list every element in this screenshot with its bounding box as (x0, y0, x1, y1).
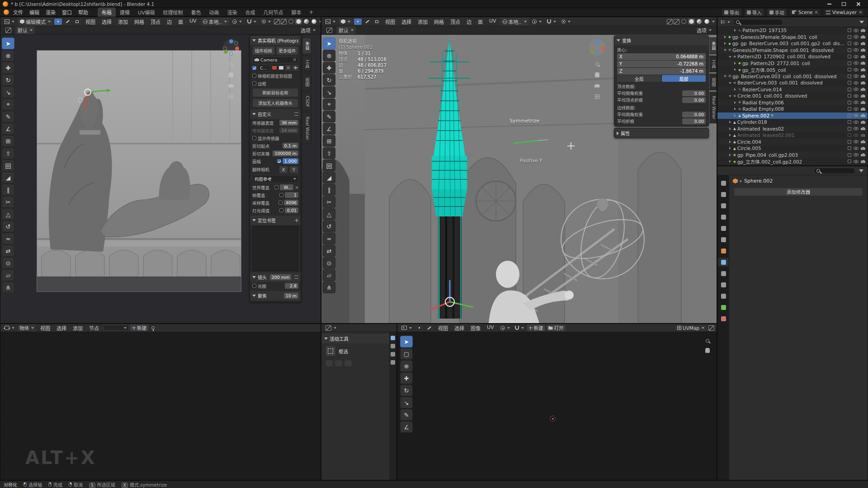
spin-tool-icon[interactable]: ↺ (323, 221, 335, 232)
physics-tab[interactable] (718, 281, 728, 289)
tool-preset-dropdown[interactable]: 默认 (336, 26, 356, 34)
select-mode-new-button[interactable] (325, 360, 333, 367)
output-tab[interactable] (391, 352, 395, 357)
hide-viewport-icon[interactable] (854, 121, 859, 124)
expand-icon[interactable] (728, 146, 732, 150)
zoom-icon[interactable] (593, 60, 601, 68)
focus-distance-field[interactable]: 10 m (284, 293, 298, 299)
editor-type-button[interactable] (324, 325, 338, 331)
expand-icon[interactable] (728, 160, 732, 164)
exclude-checkbox[interactable] (848, 48, 851, 52)
color-swatch-red[interactable] (272, 66, 277, 70)
bevel-tool-icon[interactable]: ◢ (2, 172, 14, 183)
annotate-tool-icon[interactable]: ✎ (400, 409, 413, 421)
camera-datablock-selector[interactable]: Camera (252, 56, 298, 63)
viewport-a-menu-5[interactable]: 边 (164, 18, 175, 26)
render-visibility-icon[interactable] (861, 121, 865, 124)
rotate-tool-icon[interactable]: ↻ (2, 74, 14, 86)
extrude-region-tool-icon[interactable]: ⇧ (323, 147, 335, 159)
shading-solid[interactable] (688, 19, 695, 24)
viewport-b-menu-7[interactable]: UV (486, 18, 500, 26)
outliner-item-label[interactable]: gp_立方体.005_coll (742, 66, 786, 73)
uv-editor-menu-1[interactable]: 选择 (451, 324, 467, 332)
refresh-target-button[interactable]: 刷新目标名称 (252, 88, 298, 97)
outliner-item[interactable]: ◆gp_立方体.005_coll (717, 66, 868, 73)
options-dropdown[interactable]: 选项 (694, 26, 714, 34)
tool-tab[interactable] (391, 336, 395, 340)
sensor-width-field[interactable]: 36 mm (279, 120, 298, 126)
hide-viewport-icon[interactable] (854, 29, 859, 32)
attributes-panel-header[interactable]: 属性 (614, 128, 708, 138)
topbar-menu-4[interactable]: 帮助 (75, 8, 91, 16)
expand-icon[interactable] (728, 153, 732, 157)
hide-viewport-icon[interactable] (854, 61, 859, 65)
focal-length-field[interactable]: 200 mm (270, 274, 292, 280)
viewport-a-menu-1[interactable]: 选择 (99, 18, 115, 26)
workspace-tab-2[interactable]: UV编辑 (134, 8, 159, 17)
viewport-a-menu-6[interactable]: 面 (175, 18, 186, 26)
frame-field[interactable]: 1.000 (283, 158, 298, 164)
zoom-icon[interactable] (227, 60, 235, 68)
exclude-checkbox[interactable] (848, 107, 851, 111)
pivot-selector[interactable] (530, 19, 544, 24)
expand-icon[interactable] (733, 28, 737, 33)
uv-canvas[interactable]: ➤▢⊕✚↻↘✎∠ (397, 332, 717, 480)
hide-viewport-icon[interactable] (854, 108, 859, 111)
world-override-checkbox[interactable] (274, 185, 278, 189)
rip-region-tool-icon[interactable]: ⋔ (2, 282, 14, 293)
exclude-checkbox[interactable] (848, 140, 851, 144)
light-threshold-checkbox[interactable] (279, 208, 283, 212)
viewport-a-menu-2[interactable]: 添加 (115, 18, 131, 26)
shear-tool-icon[interactable]: ▱ (2, 269, 14, 281)
render-visibility-icon[interactable] (861, 88, 865, 91)
render-tab[interactable] (391, 344, 395, 348)
topbar-menu-1[interactable]: 编辑 (26, 8, 42, 16)
clip-end-field[interactable]: 100000 m (273, 150, 298, 156)
ortho-toggle-icon[interactable] (227, 93, 235, 100)
expand-icon[interactable] (733, 107, 737, 111)
move-tool-icon[interactable]: ✚ (400, 372, 413, 384)
outliner-item[interactable]: ✛Circle.001_coll.001_dissolved (717, 93, 868, 99)
editor-type-button[interactable] (323, 19, 338, 24)
proportional-edit-toggle[interactable] (259, 19, 273, 24)
viewlayer-selector[interactable]: ViewLayer (824, 9, 864, 15)
viewlayer-tab[interactable] (718, 213, 728, 221)
transform-panel-header[interactable]: 变换 (614, 36, 708, 45)
editor-type-button[interactable] (3, 326, 16, 330)
exclude-checkbox[interactable] (848, 127, 851, 131)
workspace-tab-7[interactable]: 合成 (241, 8, 259, 17)
render-visibility-icon[interactable] (861, 114, 865, 117)
outliner-item-label[interactable]: Sphere.002 (742, 113, 769, 118)
hide-viewport-icon[interactable] (854, 101, 859, 104)
xray-toggle[interactable] (667, 19, 673, 24)
viewport-a-canvas[interactable]: ➤⊕✚↻↘⌖✎∠⊞⇧回◢∥✂△↺≈⇄⊙▱⋔ (0, 35, 321, 323)
exclude-checkbox[interactable] (848, 61, 851, 65)
axis-x-neg-icon[interactable] (589, 47, 593, 51)
extrude-region-tool-icon[interactable]: ⇧ (2, 147, 14, 159)
lens-section-header[interactable]: 镜头200 mm (250, 272, 301, 282)
edge-select-toggle[interactable] (363, 19, 371, 25)
poly-build-tool-icon[interactable]: △ (2, 208, 14, 220)
section-menu-icon[interactable] (294, 113, 298, 116)
viewport-b-canvas[interactable]: ➤⊕✚↻↘⌖✎∠⊞⇧回◢∥✂△↺≈⇄⊙▱⋔ 相机透视 (1) Sphere.00… (321, 35, 717, 323)
workspace-tab-5[interactable]: 动画 (205, 8, 223, 17)
vertex-select-toggle[interactable] (354, 19, 362, 25)
viewport-b-menu-5[interactable]: 边 (463, 18, 475, 26)
xray-toggle[interactable] (274, 19, 280, 24)
exclude-checkbox[interactable] (848, 81, 851, 84)
color-swatch-white[interactable] (278, 66, 284, 70)
collapse-icon[interactable] (728, 81, 732, 85)
active-tool-button[interactable] (3, 27, 14, 33)
sidebar-tab-0[interactable]: 条目 (303, 38, 311, 54)
edge-crease-field[interactable]: 0.00 (682, 118, 706, 124)
pin-toggle[interactable] (150, 326, 156, 329)
axis-y-neg-icon[interactable] (234, 41, 238, 45)
hide-viewport-icon[interactable] (854, 114, 859, 117)
tweak-tool-icon[interactable]: ➤ (2, 38, 14, 49)
lock-camera-checkbox[interactable] (252, 74, 256, 78)
render-tab[interactable] (718, 190, 728, 198)
exclude-checkbox[interactable] (848, 160, 851, 163)
outliner-item[interactable]: ▲Sphere.002▼ (717, 113, 868, 119)
clear-viewlayer-icon[interactable] (859, 10, 862, 14)
outliner-item[interactable]: ◆gp_gp_BezierCurve.003_coll.001.gp2_coll… (717, 40, 868, 47)
